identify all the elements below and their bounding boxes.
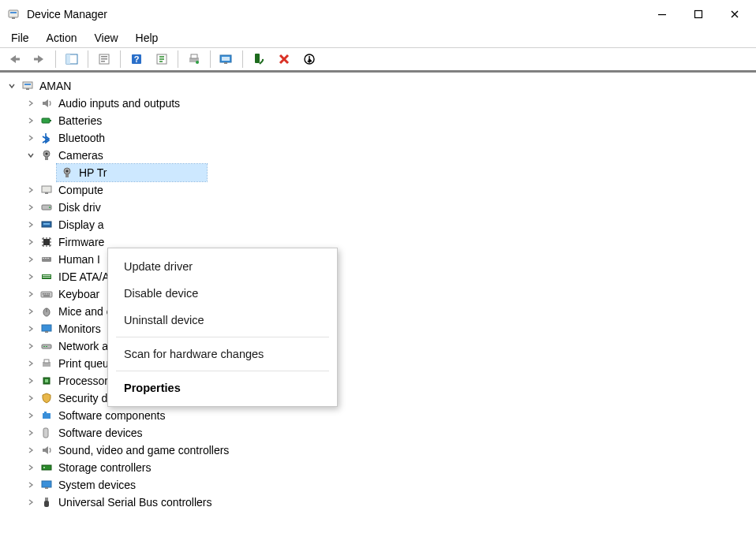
- tree-node-cameras[interactable]: Cameras: [6, 147, 753, 164]
- context-menu-uninstall-device[interactable]: Uninstall device: [108, 307, 337, 334]
- tree-root[interactable]: AMAN: [6, 77, 753, 95]
- chevron-right-icon[interactable]: [25, 393, 36, 404]
- svg-rect-8: [66, 54, 70, 64]
- tree-node-display[interactable]: Display a: [6, 216, 753, 233]
- context-menu-separator: [116, 337, 329, 337]
- chevron-down-icon[interactable]: [25, 150, 36, 161]
- menu-help[interactable]: Help: [128, 30, 167, 46]
- nav-forward-icon[interactable]: [28, 50, 51, 69]
- maximize-button[interactable]: [680, 2, 717, 27]
- chevron-right-icon[interactable]: [25, 237, 36, 248]
- tree-node-label: Bluetooth: [58, 129, 105, 147]
- device-tree[interactable]: AMAN Audio inputs and outputs Batteries …: [0, 71, 756, 517]
- svg-point-31: [45, 152, 47, 155]
- keyboard-icon: [39, 287, 54, 301]
- tree-node-sound[interactable]: Sound, video and game controllers: [6, 442, 753, 459]
- tree-node-system[interactable]: System devices: [6, 476, 753, 494]
- context-menu-update-driver[interactable]: Update driver: [108, 253, 337, 280]
- chevron-right-icon[interactable]: [25, 427, 36, 438]
- tree-node-storage[interactable]: Storage controllers: [6, 459, 753, 476]
- computer-icon: [21, 79, 35, 93]
- svg-rect-26: [24, 84, 31, 85]
- app-icon: [6, 7, 21, 21]
- tree-node-usb[interactable]: Universal Serial Bus controllers: [6, 494, 753, 511]
- tree-node-audio[interactable]: Audio inputs and outputs: [6, 95, 753, 112]
- chevron-right-icon[interactable]: [25, 497, 36, 508]
- tree-node-hp-camera[interactable]: HP Tr: [6, 164, 753, 181]
- svg-rect-12: [101, 61, 105, 62]
- svg-rect-28: [42, 118, 50, 123]
- tree-node-swdev[interactable]: Software devices: [6, 424, 753, 442]
- help-toolbar-icon[interactable]: ?: [125, 50, 148, 69]
- uninstall-device-toolbar-icon[interactable]: [273, 50, 295, 69]
- svg-rect-0: [9, 10, 18, 17]
- enable-device-toolbar-icon[interactable]: [248, 50, 270, 69]
- tree-node-bluetooth[interactable]: Bluetooth: [6, 129, 753, 147]
- svg-rect-70: [42, 465, 51, 470]
- tree-node-computer[interactable]: Compute: [6, 181, 753, 199]
- chevron-right-icon[interactable]: [25, 254, 36, 265]
- show-hide-console-tree-icon[interactable]: [61, 50, 83, 69]
- chevron-right-icon[interactable]: [25, 132, 36, 144]
- camera-icon: [39, 148, 54, 162]
- chevron-right-icon[interactable]: [25, 358, 36, 369]
- context-menu-disable-device[interactable]: Disable device: [108, 280, 337, 307]
- tree-node-label: Software components: [58, 407, 165, 424]
- svg-rect-21: [224, 62, 227, 64]
- tree-node-swcomp[interactable]: Software components: [6, 407, 753, 424]
- computer-icon: [39, 183, 54, 197]
- svg-rect-1: [10, 12, 17, 13]
- svg-rect-44: [43, 258, 44, 259]
- softdevice-icon: [39, 426, 54, 440]
- chevron-right-icon[interactable]: [25, 410, 36, 421]
- tree-node-batteries[interactable]: Batteries: [6, 112, 753, 129]
- svg-rect-75: [44, 501, 49, 507]
- chevron-right-icon[interactable]: [25, 445, 36, 456]
- chevron-right-icon[interactable]: [25, 306, 36, 317]
- chevron-right-icon[interactable]: [25, 115, 36, 126]
- scan-hardware-toolbar-icon[interactable]: [298, 50, 320, 69]
- chevron-down-icon[interactable]: [6, 80, 17, 91]
- chevron-right-icon[interactable]: [25, 98, 36, 109]
- context-menu-scan-hardware[interactable]: Scan for hardware changes: [108, 341, 337, 367]
- refresh-toolbar-icon[interactable]: [151, 50, 173, 69]
- svg-rect-69: [43, 428, 48, 438]
- svg-rect-72: [42, 481, 51, 487]
- chevron-right-icon[interactable]: [25, 202, 36, 213]
- chevron-right-icon[interactable]: [25, 462, 36, 473]
- svg-rect-66: [45, 379, 48, 382]
- chevron-right-icon[interactable]: [25, 184, 36, 196]
- disk-icon: [39, 200, 54, 214]
- speaker-icon: [39, 443, 54, 457]
- svg-rect-51: [43, 293, 44, 295]
- menu-view[interactable]: View: [86, 30, 125, 46]
- menu-action[interactable]: Action: [39, 30, 85, 46]
- properties-toolbar-icon[interactable]: [93, 50, 115, 69]
- menu-file[interactable]: File: [3, 30, 37, 46]
- svg-rect-29: [50, 120, 51, 121]
- chevron-right-icon[interactable]: [25, 271, 36, 282]
- print-toolbar-icon[interactable]: [183, 50, 205, 69]
- monitor-icon: [39, 322, 54, 336]
- chevron-right-icon[interactable]: [25, 341, 36, 352]
- chevron-right-icon[interactable]: [25, 479, 36, 490]
- minimize-button[interactable]: [644, 2, 680, 27]
- chevron-right-icon[interactable]: [25, 323, 36, 334]
- tree-node-label: Universal Serial Bus controllers: [58, 494, 212, 511]
- update-driver-toolbar-icon[interactable]: [215, 50, 238, 69]
- svg-rect-53: [47, 293, 48, 295]
- chevron-right-icon[interactable]: [25, 219, 36, 230]
- svg-rect-45: [45, 258, 47, 259]
- chevron-right-icon[interactable]: [25, 289, 36, 300]
- close-button[interactable]: [717, 2, 753, 27]
- chevron-right-icon[interactable]: [25, 375, 36, 386]
- system-icon: [39, 478, 54, 492]
- svg-rect-52: [45, 293, 47, 295]
- svg-rect-17: [191, 54, 197, 58]
- nav-back-icon[interactable]: [3, 50, 25, 69]
- bluetooth-icon: [39, 131, 54, 145]
- svg-rect-46: [47, 258, 49, 259]
- tree-node-disk[interactable]: Disk driv: [6, 199, 753, 216]
- hid-icon: [39, 252, 54, 266]
- context-menu-properties[interactable]: Properties: [108, 375, 337, 401]
